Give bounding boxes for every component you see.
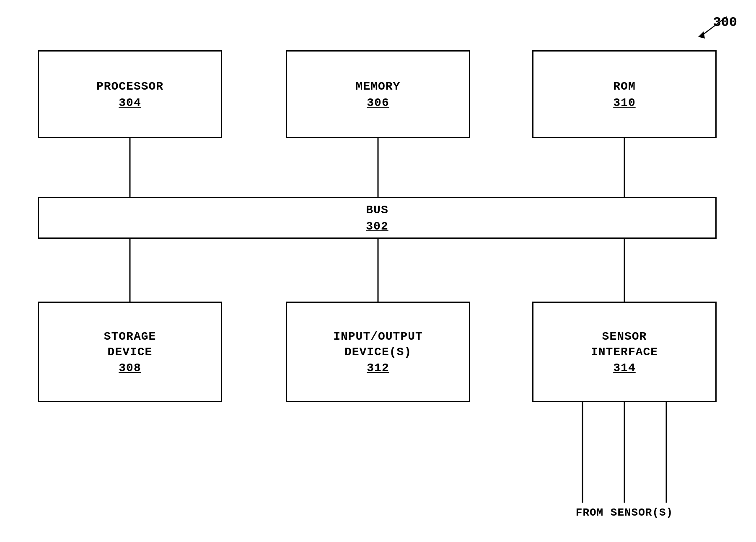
processor-label: PROCESSOR	[96, 79, 163, 94]
rom-box: ROM 310	[532, 50, 717, 138]
io-box: INPUT/OUTPUT DEVICE(S) 312	[286, 302, 470, 402]
memory-number: 306	[367, 96, 389, 109]
storage-number: 308	[119, 361, 141, 374]
sensor-interface-label: SENSOR INTERFACE	[591, 329, 658, 360]
bus-box: BUS 302	[38, 197, 717, 239]
diagram: 300 PROCESSOR 304 MEMORY 306 ROM 31	[0, 0, 756, 542]
storage-label: STORAGE DEVICE	[104, 329, 156, 360]
sensor-interface-number: 314	[613, 361, 635, 374]
sensor-interface-box: SENSOR INTERFACE 314	[532, 302, 717, 402]
from-sensors-label: FROM SENSOR(S)	[532, 506, 717, 519]
memory-box: MEMORY 306	[286, 50, 470, 138]
bus-number: 302	[366, 220, 388, 233]
ref-number-300: 300	[689, 13, 739, 42]
storage-box: STORAGE DEVICE 308	[38, 302, 222, 402]
rom-number: 310	[613, 96, 635, 109]
io-number: 312	[367, 361, 389, 374]
processor-box: PROCESSOR 304	[38, 50, 222, 138]
bus-label: BUS	[366, 203, 388, 218]
processor-number: 304	[119, 96, 141, 109]
svg-marker-1	[698, 31, 705, 39]
rom-label: ROM	[613, 79, 635, 94]
memory-label: MEMORY	[356, 79, 401, 94]
io-label: INPUT/OUTPUT DEVICE(S)	[333, 329, 423, 360]
